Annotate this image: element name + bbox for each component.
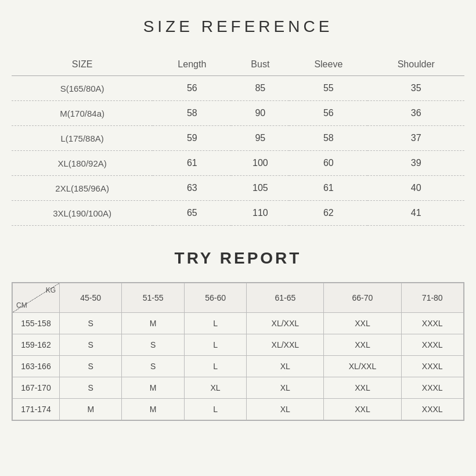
size-cell-shoulder: 37 — [367, 126, 464, 151]
try-report-title: TRY REPORT — [12, 249, 464, 268]
try-cell-1: S — [122, 334, 184, 356]
try-cell-1: S — [122, 356, 184, 377]
size-cell-sleeve: 60 — [289, 151, 367, 176]
corner-header: KG CM — [13, 283, 60, 313]
try-cell-5: XXXL — [401, 313, 463, 334]
col-header-size: SIZE — [12, 53, 153, 76]
try-cell-0: S — [60, 334, 122, 356]
size-cell-length: 59 — [153, 126, 231, 151]
size-cell-size: XL(180/92A) — [12, 151, 153, 176]
try-cell-1: M — [122, 313, 184, 334]
try-table-row: 167-170SMXLXLXXLXXXL — [13, 377, 464, 399]
size-reference-table-wrapper: SIZE Length Bust Sleeve Shoulder S(165/8… — [12, 53, 464, 226]
size-cell-length: 56 — [153, 76, 231, 101]
try-report-table-wrapper: KG CM 45-50 51-55 56-60 61-65 66-70 71-8… — [12, 282, 464, 421]
try-cell-2: XL — [184, 377, 246, 399]
cm-label: CM — [16, 301, 27, 309]
try-cell-0: M — [60, 399, 122, 420]
try-cell-3: XL/XXL — [247, 313, 324, 334]
try-cell-5: XXXL — [401, 377, 463, 399]
try-cell-4: XXL — [324, 334, 401, 356]
size-table-header-row: SIZE Length Bust Sleeve Shoulder — [12, 53, 464, 76]
kg-col-2: 51-55 — [122, 283, 184, 313]
cm-value: 167-170 — [13, 377, 60, 399]
size-cell-length: 65 — [153, 201, 231, 226]
try-cell-3: XL/XXL — [247, 334, 324, 356]
col-header-length: Length — [153, 53, 231, 76]
try-table-row: 171-174MMLXLXXLXXXL — [13, 399, 464, 420]
try-cell-0: S — [60, 313, 122, 334]
try-cell-0: S — [60, 356, 122, 377]
size-cell-shoulder: 36 — [367, 101, 464, 126]
size-cell-length: 61 — [153, 151, 231, 176]
size-table-row: XL(180/92A)611006039 — [12, 151, 464, 176]
size-cell-shoulder: 39 — [367, 151, 464, 176]
col-header-shoulder: Shoulder — [367, 53, 464, 76]
try-cell-1: M — [122, 399, 184, 420]
kg-col-3: 56-60 — [184, 283, 246, 313]
size-table-row: 2XL(185/96A)631056140 — [12, 176, 464, 201]
size-cell-bust: 110 — [231, 201, 289, 226]
try-cell-3: XL — [247, 356, 324, 377]
size-cell-size: 2XL(185/96A) — [12, 176, 153, 201]
try-table-row: 155-158SMLXL/XXLXXLXXXL — [13, 313, 464, 334]
size-cell-shoulder: 35 — [367, 76, 464, 101]
size-cell-size: L(175/88A) — [12, 126, 153, 151]
try-cell-4: XXL — [324, 313, 401, 334]
col-header-sleeve: Sleeve — [289, 53, 367, 76]
try-cell-3: XL — [247, 377, 324, 399]
cm-value: 163-166 — [13, 356, 60, 377]
cm-value: 171-174 — [13, 399, 60, 420]
size-cell-size: 3XL(190/100A) — [12, 201, 153, 226]
cm-value: 155-158 — [13, 313, 60, 334]
size-cell-bust: 85 — [231, 76, 289, 101]
size-table-row: S(165/80A)56855535 — [12, 76, 464, 101]
try-cell-4: XL/XXL — [324, 356, 401, 377]
size-cell-size: M(170/84a) — [12, 101, 153, 126]
size-cell-shoulder: 40 — [367, 176, 464, 201]
size-cell-sleeve: 61 — [289, 176, 367, 201]
col-header-bust: Bust — [231, 53, 289, 76]
size-cell-bust: 90 — [231, 101, 289, 126]
size-table-row: L(175/88A)59955837 — [12, 126, 464, 151]
try-table-row: 163-166SSLXLXL/XXLXXXL — [13, 356, 464, 377]
size-cell-length: 63 — [153, 176, 231, 201]
size-cell-sleeve: 56 — [289, 101, 367, 126]
try-cell-4: XXL — [324, 399, 401, 420]
size-cell-length: 58 — [153, 101, 231, 126]
kg-col-5: 66-70 — [324, 283, 401, 313]
try-cell-2: L — [184, 356, 246, 377]
try-cell-2: L — [184, 313, 246, 334]
size-reference-title: SIZE REFERENCE — [12, 17, 464, 36]
try-cell-2: L — [184, 399, 246, 420]
page-container: SIZE REFERENCE SIZE Length Bust Sleeve S… — [12, 17, 464, 421]
cm-value: 159-162 — [13, 334, 60, 356]
size-table-row: 3XL(190/100A)651106241 — [12, 201, 464, 226]
kg-col-1: 45-50 — [60, 283, 122, 313]
try-cell-5: XXXL — [401, 356, 463, 377]
size-cell-sleeve: 58 — [289, 126, 367, 151]
try-cell-0: S — [60, 377, 122, 399]
size-cell-sleeve: 62 — [289, 201, 367, 226]
kg-label: KG — [46, 286, 56, 294]
size-cell-shoulder: 41 — [367, 201, 464, 226]
kg-col-4: 61-65 — [247, 283, 324, 313]
size-cell-bust: 95 — [231, 126, 289, 151]
size-reference-table: SIZE Length Bust Sleeve Shoulder S(165/8… — [12, 53, 464, 226]
try-cell-3: XL — [247, 399, 324, 420]
size-cell-sleeve: 55 — [289, 76, 367, 101]
try-cell-2: L — [184, 334, 246, 356]
try-table-header-row: KG CM 45-50 51-55 56-60 61-65 66-70 71-8… — [13, 283, 464, 313]
size-cell-bust: 100 — [231, 151, 289, 176]
kg-col-6: 71-80 — [401, 283, 463, 313]
try-cell-1: M — [122, 377, 184, 399]
try-cell-4: XXL — [324, 377, 401, 399]
size-table-row: M(170/84a)58905636 — [12, 101, 464, 126]
try-cell-5: XXXL — [401, 399, 463, 420]
try-report-table: KG CM 45-50 51-55 56-60 61-65 66-70 71-8… — [12, 283, 464, 420]
try-cell-5: XXXL — [401, 334, 463, 356]
size-cell-size: S(165/80A) — [12, 76, 153, 101]
size-cell-bust: 105 — [231, 176, 289, 201]
try-table-row: 159-162SSLXL/XXLXXLXXXL — [13, 334, 464, 356]
